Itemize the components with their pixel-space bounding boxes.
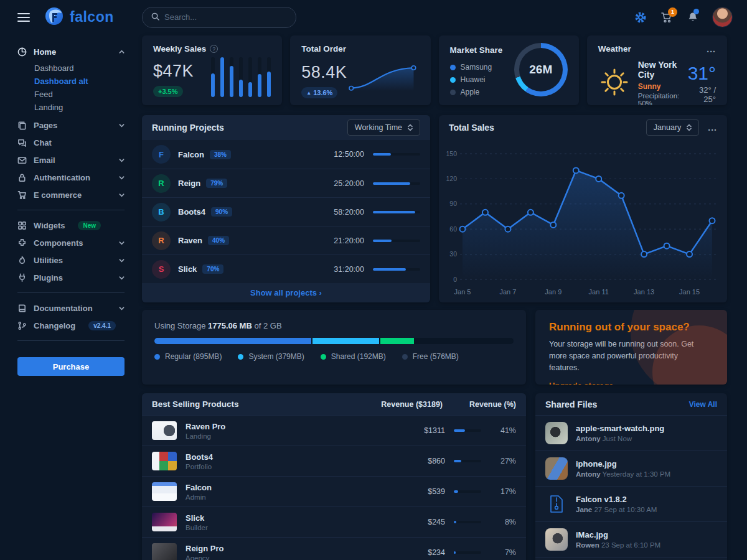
hamburger-menu-icon[interactable] (17, 13, 30, 22)
sidebar: Home Dashboard Dashboard alt Feed Landin… (0, 34, 142, 560)
settings-gear-icon[interactable] (634, 11, 647, 24)
product-row[interactable]: Reign ProAgency $2347% (142, 537, 526, 560)
project-row[interactable]: R Raven 40% 21:20:00 (142, 226, 430, 254)
product-revenue: $245 (377, 518, 445, 526)
project-name: Raven (178, 236, 202, 245)
app-logo[interactable]: falcon (44, 6, 114, 29)
sidebar-item-changelog[interactable]: Changelog v2.4.1 (17, 317, 125, 334)
file-time: Yesterday at 1:30 PM (603, 470, 671, 478)
product-thumbnail (152, 513, 177, 531)
project-avatar: R (152, 174, 171, 193)
project-time: 31:20:00 (334, 265, 364, 274)
new-badge: New (78, 221, 101, 230)
select-caret-icon (408, 124, 413, 131)
project-row[interactable]: R Reign 79% 25:20:00 (142, 169, 430, 197)
sidebar-item-authentication[interactable]: Authentication (17, 169, 125, 186)
weather-temp: 31° (688, 63, 716, 84)
select-caret-icon (687, 124, 692, 131)
cart-icon[interactable]: 1 (660, 11, 674, 24)
file-time: 27 Sep at 10:30 AM (594, 506, 657, 513)
product-percent: 41% (490, 426, 516, 435)
product-row[interactable]: Boots4Portfolio $86027% (142, 446, 526, 476)
sidebar-item-pages[interactable]: Pages (17, 116, 125, 134)
project-progress-bar (373, 153, 420, 156)
more-menu-icon[interactable]: ... (708, 126, 717, 129)
upgrade-storage-link[interactable]: Upgrade storage › (549, 381, 618, 385)
help-icon[interactable]: ? (210, 45, 218, 53)
project-row[interactable]: S Slick 70% 31:20:00 (142, 254, 430, 283)
weather-card: Weather ... New York City Sunny Precipit… (587, 35, 727, 105)
legend-dot (154, 354, 160, 360)
product-row[interactable]: FalconAdmin $53917% (142, 476, 526, 506)
book-icon (17, 304, 27, 313)
shared-file-row[interactable]: iMac.jpg Rowen 23 Sep at 6:10 PM (535, 522, 727, 558)
sidebar-item-ecommerce[interactable]: E commerce (17, 186, 125, 203)
shared-file-row[interactable]: iphone.jpg Antony Yesterday at 1:30 PM (535, 451, 727, 487)
file-name: Falcon v1.8.2 (576, 495, 657, 504)
product-category: Agency (186, 554, 223, 560)
product-progress-bar (454, 460, 481, 462)
sidebar-item-documentation[interactable]: Documentation (17, 299, 125, 317)
home-submenu: Dashboard Dashboard alt Feed Landing (17, 60, 125, 116)
storage-label: Using Storage 1775.06 MB of 2 GB (154, 321, 514, 330)
product-row[interactable]: Raven ProLanding $131141% (142, 415, 526, 446)
product-row[interactable]: SlickBuilder $2458% (142, 506, 526, 537)
purchase-button[interactable]: Purchase (17, 357, 125, 376)
project-name: Reign (178, 179, 200, 188)
card-title: Shared Files (545, 399, 597, 409)
search-box[interactable] (142, 7, 296, 28)
promo-body: Your storage will be running out soon. G… (549, 338, 698, 373)
sidebar-item-email[interactable]: Email (17, 151, 125, 169)
file-thumbnail (545, 528, 568, 551)
sidebar-item-widgets[interactable]: Widgets New (17, 217, 125, 234)
main-content: Weekly Sales ? $47K +3.5% Total Order 58… (142, 34, 727, 560)
weekly-sales-bar-chart (211, 57, 271, 97)
view-all-link[interactable]: View All (689, 400, 717, 409)
sidebar-item-utilities[interactable]: Utilities (17, 251, 125, 269)
card-title: Weather (598, 44, 631, 54)
sidebar-item-feed[interactable]: Feed (34, 88, 125, 101)
sidebar-item-chat[interactable]: Chat (17, 134, 125, 151)
legend-label: Regular (895MB) (165, 352, 222, 361)
shared-file-row[interactable]: Falcon v1.8.2 Jane 27 Sep at 10:30 AM (535, 487, 727, 522)
product-progress-bar (454, 429, 481, 432)
notifications-bell-icon[interactable] (686, 11, 700, 24)
market-share-card: Market Share Samsung Huawei Apple 26M (439, 35, 579, 105)
working-time-select[interactable]: Working Time (347, 119, 420, 136)
month-select[interactable]: January (646, 119, 699, 136)
weather-range: 32° / 25° (688, 85, 716, 104)
more-menu-icon[interactable]: ... (707, 47, 716, 51)
best-selling-products-card: Best Selling Products Revenue ($3189) Re… (142, 393, 526, 560)
svg-text:Jan 15: Jan 15 (679, 288, 700, 296)
project-row[interactable]: F Falcon 38% 12:50:00 (142, 140, 430, 169)
sidebar-item-dashboard-alt[interactable]: Dashboard alt (34, 75, 125, 88)
file-time: 23 Sep at 6:10 PM (601, 541, 660, 549)
product-category: Portfolio (186, 463, 213, 470)
plug-icon (17, 273, 27, 282)
sidebar-item-dashboard[interactable]: Dashboard (34, 62, 125, 75)
svg-text:90: 90 (449, 200, 457, 207)
card-title: Market Share (450, 45, 503, 55)
search-input[interactable] (164, 12, 287, 22)
sidebar-item-plugins[interactable]: Plugins (17, 269, 125, 286)
legend-dot (321, 354, 326, 360)
running-projects-card: Running Projects Working Time F Falcon 3… (142, 115, 430, 302)
storage-used: 1775.06 MB (208, 321, 252, 330)
sidebar-item-landing[interactable]: Landing (34, 101, 125, 114)
sidebar-divider (17, 210, 125, 210)
product-revenue: $234 (377, 548, 445, 557)
column-header-revenue: Revenue ($3189) (349, 400, 443, 409)
project-row[interactable]: B Boots4 90% 58:20:00 (142, 197, 430, 226)
chevron-down-icon (119, 258, 125, 263)
svg-text:Jan 5: Jan 5 (454, 288, 471, 296)
user-avatar[interactable] (712, 7, 733, 27)
archive-file-icon (545, 493, 568, 515)
show-all-projects-link[interactable]: Show all projects › (142, 283, 430, 302)
search-icon (151, 12, 159, 23)
chevron-down-icon (119, 275, 125, 281)
sidebar-item-home[interactable]: Home (17, 43, 125, 60)
sidebar-item-components[interactable]: Components (17, 234, 125, 251)
card-title: Weekly Sales (153, 44, 206, 54)
shared-file-row[interactable]: apple-smart-watch.png Antony Just Now (535, 416, 727, 451)
chevron-down-icon (119, 175, 125, 180)
